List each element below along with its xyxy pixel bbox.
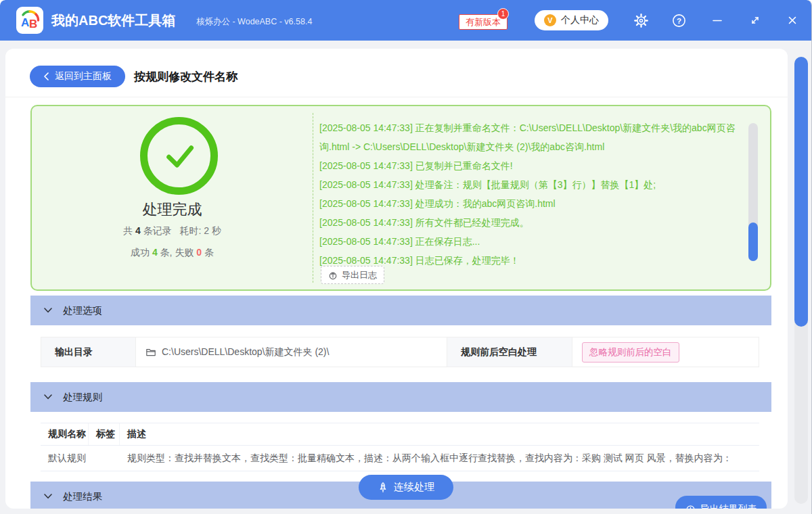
- section-results-label: 处理结果: [63, 490, 102, 503]
- process-result-panel: 处理完成 共 4 条记录 耗时: 2 秒 成功 4 条, 失败 0 条: [30, 105, 771, 291]
- section-rules-label: 处理规则: [63, 391, 102, 404]
- app-logo: A B: [16, 7, 43, 34]
- export-log-button[interactable]: 导出日志: [321, 266, 384, 284]
- settings-gear-icon[interactable]: [633, 13, 648, 28]
- svg-text:B: B: [29, 18, 37, 30]
- success-fail-stats: 成功 4 条, 失败 0 条: [32, 247, 313, 259]
- col-description: 描述: [120, 423, 759, 445]
- back-button-label: 返回到主面板: [55, 70, 112, 83]
- col-rule-name: 规则名称: [41, 423, 89, 445]
- title-bar: A B 我的ABC软件工具箱 核烁办公 - WodeABC - v6.58.4 …: [0, 0, 812, 41]
- export-results-button[interactable]: 导出结果列表: [675, 496, 767, 509]
- help-icon[interactable]: ?: [671, 13, 686, 28]
- whitespace-option-label: 规则前后空白处理: [447, 337, 572, 367]
- record-stats: 共 4 条记录 耗时: 2 秒: [32, 225, 313, 237]
- process-log-list: [2025-08-05 14:47:33] 正在复制并重命名文件：C:\User…: [319, 118, 747, 270]
- success-count: 4: [152, 247, 158, 258]
- rule-tag-cell: [89, 446, 120, 471]
- rule-name-cell: 默认规则: [41, 446, 89, 471]
- export-results-label: 导出结果列表: [700, 503, 757, 509]
- section-options-label: 处理选项: [63, 304, 102, 317]
- resize-button[interactable]: [748, 13, 763, 28]
- chevron-down-icon: [44, 308, 52, 313]
- personal-center-label: 个人中心: [561, 14, 599, 26]
- chevron-down-icon: [44, 494, 52, 499]
- main-card: 返回到主面板 按规则修改文件名称 处理完成 共 4 条记录 耗时: 2: [5, 49, 788, 509]
- output-dir-path: C:\Users\DELL\Desktop\新建文件夹 (2)\: [162, 346, 329, 358]
- rule-desc-cell: 规则类型：查找并替换文本，查找类型：批量精确文本，描述：从两个输入框中逐行查找替…: [120, 446, 759, 471]
- rocket-icon: [378, 482, 388, 493]
- log-line: [2025-08-05 14:47:33] 处理备注：规则【批量规则（第【3】行…: [319, 175, 747, 194]
- personal-center-button[interactable]: V 个人中心: [535, 10, 608, 30]
- svg-text:?: ?: [676, 16, 681, 24]
- app-window: A B 我的ABC软件工具箱 核烁办公 - WodeABC - v6.58.4 …: [0, 0, 812, 514]
- log-scrollbar-thumb[interactable]: [748, 223, 758, 261]
- download-circle-icon: [685, 505, 696, 509]
- page-title: 按规则修改文件名称: [134, 66, 238, 87]
- log-line: [2025-08-05 14:47:33] 正在复制并重命名文件：C:\User…: [319, 118, 747, 156]
- rules-table-header: 规则名称 标签 描述: [41, 423, 759, 446]
- page-scrollbar-thumb[interactable]: [794, 57, 808, 327]
- upload-circle-icon: [328, 271, 338, 280]
- success-check-icon: [140, 117, 218, 195]
- export-log-label: 导出日志: [342, 269, 377, 281]
- col-tag: 标签: [89, 423, 120, 445]
- output-dir-label: 输出目录: [41, 337, 136, 367]
- result-summary: 处理完成 共 4 条记录 耗时: 2 秒 成功 4 条, 失败 0 条: [32, 106, 313, 289]
- chevron-left-icon: [43, 72, 49, 80]
- elapsed-seconds: 2: [204, 225, 209, 236]
- total-count: 4: [135, 225, 141, 236]
- new-version-count-badge: 1: [497, 8, 509, 20]
- log-line: [2025-08-05 14:47:33] 正在保存日志...: [319, 232, 747, 251]
- whitespace-option-tag: 忽略规则前后的空白: [582, 342, 679, 363]
- fail-count: 0: [196, 247, 202, 258]
- log-line: [2025-08-05 14:47:33] 处理成功：我的abc网页咨询.htm…: [319, 194, 747, 213]
- minimize-button[interactable]: [710, 13, 725, 28]
- panel-divider: [313, 113, 313, 283]
- back-to-dashboard-button[interactable]: 返回到主面板: [30, 66, 125, 87]
- chevron-down-icon: [44, 394, 52, 400]
- output-dir-value-cell: C:\Users\DELL\Desktop\新建文件夹 (2)\: [136, 337, 447, 367]
- header-divider: [5, 97, 788, 97]
- svg-text:A: A: [21, 16, 29, 29]
- log-line: [2025-08-05 14:47:33] 已复制并已重命名文件!: [319, 156, 747, 175]
- continue-button-label: 连续处理: [394, 481, 434, 494]
- folder-open-icon: [145, 347, 156, 358]
- log-line: [2025-08-05 14:47:33] 所有文件都已经处理完成。: [319, 213, 747, 232]
- close-button[interactable]: [785, 13, 800, 28]
- app-subtitle: 核烁办公 - WodeABC - v6.58.4: [196, 16, 312, 28]
- vip-v-icon: V: [544, 14, 556, 26]
- section-header-options[interactable]: 处理选项: [30, 296, 771, 325]
- rules-table: 规则名称 标签 描述 默认规则 规则类型：查找并替换文本，查找类型：批量精确文本…: [41, 423, 759, 471]
- status-title: 处理完成: [32, 200, 313, 220]
- options-row: 输出目录 C:\Users\DELL\Desktop\新建文件夹 (2)\ 规则…: [41, 337, 759, 367]
- abc-logo-icon: A B: [18, 9, 41, 32]
- section-header-rules[interactable]: 处理规则: [30, 382, 771, 412]
- table-row: 默认规则 规则类型：查找并替换文本，查找类型：批量精确文本，描述：从两个输入框中…: [41, 446, 759, 471]
- continue-process-button[interactable]: 连续处理: [359, 475, 453, 500]
- app-title: 我的ABC软件工具箱: [51, 11, 175, 30]
- whitespace-option-value-cell: 忽略规则前后的空白: [572, 337, 759, 367]
